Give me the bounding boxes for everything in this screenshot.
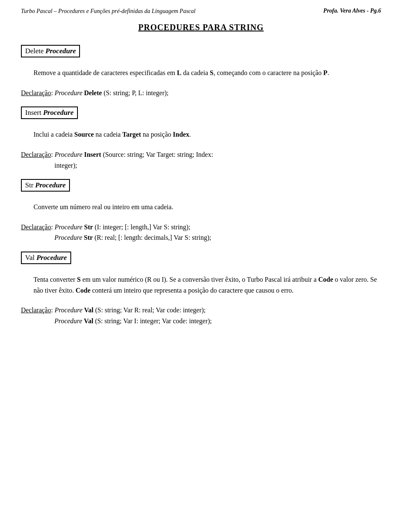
- section-delete: Delete Procedure Remove a quantidade de …: [21, 45, 381, 78]
- delete-decl-label: Declaração: [21, 89, 51, 96]
- val-label: Val: [25, 254, 36, 262]
- val-bold-Code1: Code: [318, 276, 333, 283]
- section-val: Val Procedure Tenta converter S em um va…: [21, 252, 381, 296]
- insert-decl-procedure: Procedure: [54, 151, 82, 158]
- val-decl-procedure2: Procedure: [54, 317, 82, 324]
- val-body: Tenta converter S em um valor numérico (…: [34, 274, 381, 296]
- str-decl-label: Declaração: [21, 223, 51, 231]
- insert-body: Inclui a cadeia Source na cadeia Target …: [34, 129, 381, 140]
- header-author: Profa. Vera Alves - Pg.6: [323, 8, 381, 14]
- val-decl-name1: Val: [84, 306, 94, 314]
- section-insert: Insert Procedure Inclui a cadeia Source …: [21, 106, 381, 140]
- val-decl-procedure1: Procedure: [54, 306, 82, 314]
- page: Turbo Pascal – Procedures e Funções pré-…: [0, 0, 402, 532]
- insert-declaration: Declaração: Procedure Insert (Source: st…: [21, 149, 381, 171]
- str-italic: Procedure: [35, 181, 66, 189]
- delete-label: Delete: [25, 47, 46, 55]
- page-title: PROCEDURES PARA STRING: [21, 23, 381, 32]
- str-decl-name1: Str: [84, 223, 93, 231]
- insert-decl-label: Declaração: [21, 151, 51, 158]
- insert-bold-index: Index: [173, 131, 189, 138]
- delete-declaration: Declaração: Procedure Delete (S: string;…: [21, 88, 381, 99]
- str-label: Str: [25, 181, 35, 189]
- val-bold-S: S: [77, 276, 81, 283]
- header: Turbo Pascal – Procedures e Funções pré-…: [21, 8, 381, 15]
- delete-bold-S: S: [210, 69, 214, 76]
- val-bold-Code2: Code: [75, 287, 90, 294]
- insert-procedure-heading: Insert Procedure: [21, 106, 78, 119]
- delete-italic: Procedure: [46, 47, 76, 55]
- str-decl-line2: Procedure Str (R: real; [: length: decim…: [54, 232, 381, 243]
- str-decl-procedure2: Procedure: [54, 234, 82, 241]
- header-title: Turbo Pascal – Procedures e Funções pré-…: [21, 8, 196, 15]
- insert-italic: Procedure: [43, 109, 74, 117]
- section-str: Str Procedure Converte um número real ou…: [21, 179, 381, 213]
- str-decl-name2: Str: [84, 234, 93, 241]
- str-decl-procedure1: Procedure: [54, 223, 82, 231]
- insert-label: Insert: [25, 109, 43, 117]
- val-italic: Procedure: [36, 254, 67, 262]
- insert-decl-name: Insert: [84, 151, 101, 158]
- delete-decl-procedure: Procedure: [54, 89, 82, 96]
- val-declaration: Declaração: Procedure Val (S: string; Va…: [21, 305, 381, 326]
- insert-bold-target: Target: [122, 131, 141, 138]
- str-procedure-heading: Str Procedure: [21, 179, 70, 192]
- insert-bold-source: Source: [74, 131, 94, 138]
- str-body: Converte um número real ou inteiro em um…: [34, 202, 381, 213]
- delete-body: Remove a quantidade de caracteres especi…: [34, 67, 381, 78]
- delete-bold-P: P: [323, 69, 327, 76]
- val-decl-name2: Val: [84, 317, 93, 324]
- val-decl-label: Declaração: [21, 306, 51, 314]
- str-declaration: Declaração: Procedure Str (I: integer; […: [21, 222, 381, 243]
- val-procedure-heading: Val Procedure: [21, 252, 71, 264]
- delete-bold-L: L: [177, 69, 181, 76]
- delete-decl-name: Delete: [84, 89, 102, 96]
- val-decl-line2: Procedure Val (S: string; Var I: integer…: [54, 316, 381, 327]
- delete-procedure-heading: Delete Procedure: [21, 45, 80, 57]
- insert-decl-indent: integer);: [54, 160, 381, 171]
